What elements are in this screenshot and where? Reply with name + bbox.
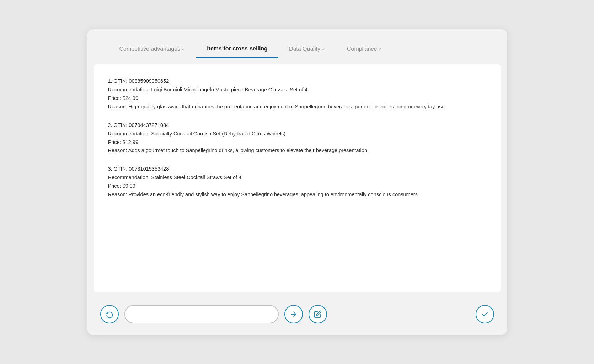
tab-competitive[interactable]: Competitive advantages ✓ <box>109 42 197 58</box>
tab-data-quality[interactable]: Data Quality ✓ <box>278 42 336 58</box>
tab-check-icon: ✓ <box>182 47 186 52</box>
item-block-3: 3. GTIN: 00731015353428Recommendation: S… <box>108 165 486 199</box>
item-text: Recommendation: Specialty Cocktail Garni… <box>108 130 486 138</box>
item-text: Recommendation: Luigi Bormioli Michelang… <box>108 86 486 94</box>
refresh-button[interactable] <box>100 305 119 323</box>
content-area: 1. GTIN: 00885909950652Recommendation: L… <box>94 64 501 292</box>
refresh-icon <box>106 310 113 318</box>
send-icon <box>290 310 298 318</box>
edit-button[interactable] <box>309 305 327 323</box>
tab-check-icon: ✓ <box>322 47 326 52</box>
item-text: Recommendation: Stainless Steel Cocktail… <box>108 173 486 182</box>
item-block-1: 1. GTIN: 00885909950652Recommendation: L… <box>108 77 486 111</box>
item-block-2: 2. GTIN: 00794437271084Recommendation: S… <box>108 121 486 155</box>
item-text: 2. GTIN: 00794437271084 <box>108 121 486 130</box>
tab-check-icon: ✓ <box>378 47 382 52</box>
edit-icon <box>314 310 322 318</box>
item-text: Price: $9.99 <box>108 182 486 191</box>
item-text: Price: $12.99 <box>108 138 486 147</box>
send-button[interactable] <box>284 305 303 323</box>
item-text: 3. GTIN: 00731015353428 <box>108 165 486 173</box>
main-card: Competitive advantages ✓Items for cross-… <box>87 29 507 335</box>
tab-cross-selling[interactable]: Items for cross-selling <box>196 42 278 58</box>
item-text: Reason: High-quality glassware that enha… <box>108 103 486 111</box>
confirm-button[interactable] <box>476 305 494 323</box>
item-text: Reason: Provides an eco-friendly and sty… <box>108 191 486 199</box>
chat-input[interactable] <box>124 305 279 323</box>
item-text: Reason: Adds a gourmet touch to Sanpelle… <box>108 146 486 155</box>
toolbar <box>87 299 507 335</box>
tab-compliance[interactable]: Compliance ✓ <box>336 42 393 58</box>
item-text: Price: $24.99 <box>108 94 486 103</box>
item-text: 1. GTIN: 00885909950652 <box>108 77 486 86</box>
check-icon <box>481 310 489 318</box>
tabs-bar: Competitive advantages ✓Items for cross-… <box>87 29 507 58</box>
